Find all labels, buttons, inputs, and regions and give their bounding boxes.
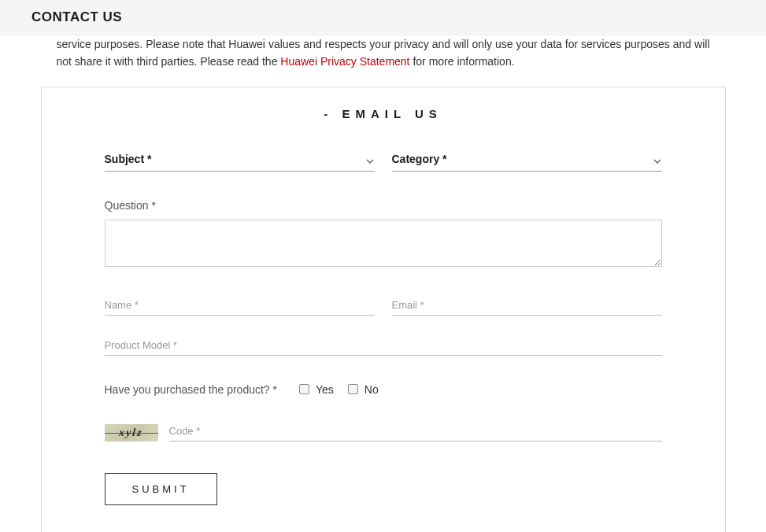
yes-label: Yes [316, 383, 334, 396]
privacy-statement-link[interactable]: Huawei Privacy Statement [280, 55, 409, 68]
yes-checkbox[interactable] [299, 384, 309, 394]
category-label: Category * [392, 153, 447, 165]
question-label: Question * [105, 199, 662, 212]
purchased-question-label: Have you purchased the product? * [105, 383, 277, 396]
no-checkbox[interactable] [348, 384, 358, 394]
page-title: CONTACT US [31, 9, 735, 25]
no-label: No [364, 383, 379, 396]
chevron-down-icon [653, 155, 661, 163]
email-input[interactable] [392, 299, 662, 311]
form-title: - EMAIL US [105, 107, 662, 120]
captcha-text: xylz [119, 427, 144, 439]
subject-label: Subject * [105, 153, 152, 165]
product-model-input[interactable] [105, 339, 662, 351]
submit-button[interactable]: SUBMIT [105, 473, 217, 505]
email-form-card: - EMAIL US Subject * Category * Question… [41, 87, 726, 532]
category-select[interactable]: Category * [392, 152, 662, 172]
intro-text-2: for more information. [410, 55, 515, 68]
name-input[interactable] [105, 299, 375, 311]
code-input[interactable] [169, 425, 662, 437]
captcha-image[interactable]: xylz [105, 424, 158, 441]
subject-select[interactable]: Subject * [105, 152, 375, 172]
intro-paragraph: service purposes. Please note that Huawe… [41, 35, 726, 71]
chevron-down-icon [365, 155, 373, 163]
purchased-question-row: Have you purchased the product? * Yes No [105, 383, 662, 396]
question-textarea[interactable] [105, 220, 662, 267]
header-bar: CONTACT US [0, 0, 766, 35]
